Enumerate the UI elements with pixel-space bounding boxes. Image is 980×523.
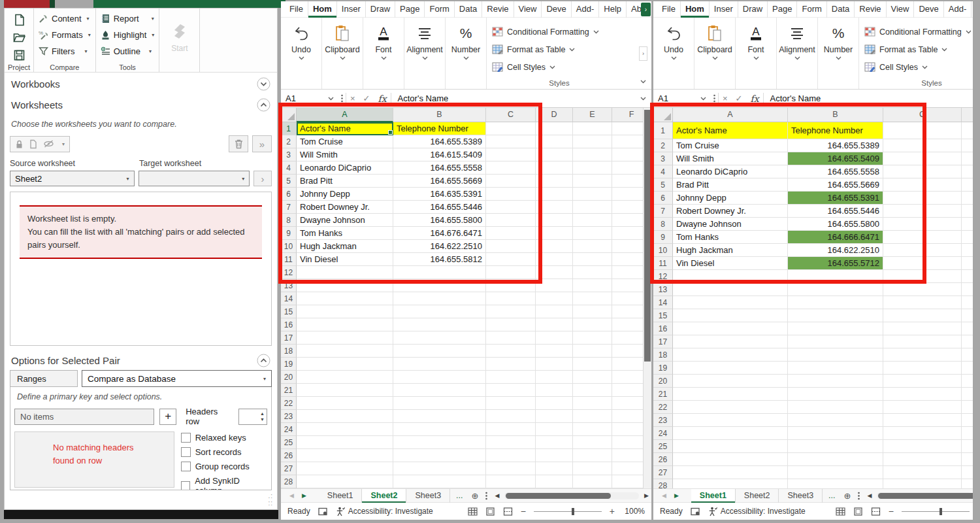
primary-key-list[interactable]: No items (14, 409, 154, 425)
cell-C13[interactable] (883, 283, 962, 296)
ranges-button[interactable]: Ranges (10, 370, 78, 387)
resize-grip[interactable]: .::: (268, 492, 273, 507)
ribbon-tab-add-10[interactable]: Add- (572, 1, 599, 18)
cell-C4[interactable] (486, 161, 536, 175)
zoom-out-icon[interactable]: − (889, 506, 894, 516)
cell-D13[interactable] (962, 283, 973, 296)
cell-C15[interactable] (883, 309, 962, 322)
cell-A20[interactable] (673, 375, 788, 388)
cell-B20[interactable] (393, 371, 486, 384)
cell-C3[interactable] (883, 152, 962, 165)
cell-D7[interactable] (536, 201, 573, 214)
name-box[interactable]: A1 (281, 90, 338, 107)
scroll-left-icon[interactable]: ◀ (492, 492, 502, 499)
cell-C25[interactable] (883, 440, 962, 453)
cell-E14[interactable] (573, 292, 612, 305)
row-header-10[interactable]: 10 (281, 240, 297, 253)
row-header-5[interactable]: 5 (653, 178, 673, 192)
cell-B11[interactable]: 164.655.5812 (393, 253, 486, 266)
font-button[interactable]: AFont (736, 18, 777, 89)
namebox-menu-icon[interactable] (711, 94, 718, 103)
cell-C14[interactable] (486, 292, 536, 305)
cell-C15[interactable] (486, 305, 536, 318)
macro-record-icon[interactable] (318, 507, 328, 516)
cell-B2[interactable]: 164.655.5389 (788, 139, 883, 152)
cell-D9[interactable] (962, 231, 973, 244)
cell-C20[interactable] (486, 371, 536, 384)
row-header-4[interactable]: 4 (281, 161, 297, 175)
lock-icon[interactable] (15, 139, 24, 149)
cell-D24[interactable] (536, 423, 573, 436)
cell-A15[interactable] (297, 305, 393, 318)
row-header-20[interactable]: 20 (281, 371, 297, 384)
cell-A18[interactable] (297, 345, 393, 358)
row-header-27[interactable]: 27 (653, 466, 673, 479)
cell-C18[interactable] (486, 345, 536, 358)
ribbon-tab-file-0[interactable]: File (285, 1, 308, 18)
cell-A8[interactable]: Dwayne Johnson (297, 214, 393, 227)
cell-A25[interactable] (297, 436, 393, 449)
row-header-23[interactable]: 23 (653, 414, 673, 427)
cell-E3[interactable] (573, 148, 612, 161)
cell-A18[interactable] (673, 348, 788, 362)
column-header-C[interactable]: C (486, 108, 536, 122)
cell-B12[interactable] (788, 270, 883, 283)
cell-C19[interactable] (486, 358, 536, 371)
cell-C12[interactable] (486, 266, 536, 279)
row-header-15[interactable]: 15 (653, 309, 673, 322)
new-project-button[interactable] (10, 12, 27, 27)
cell-D25[interactable] (536, 436, 573, 449)
page-layout-icon[interactable] (485, 507, 495, 516)
cell-D3[interactable] (962, 152, 973, 165)
row-header-28[interactable]: 28 (281, 475, 297, 488)
font-button[interactable]: AFont (363, 18, 404, 89)
cell-B22[interactable] (393, 397, 486, 410)
outline-menu[interactable]: Outline▾ (99, 43, 156, 59)
zoom-slider[interactable] (534, 511, 602, 512)
row-header-21[interactable]: 21 (653, 388, 673, 401)
cell-A22[interactable] (297, 397, 393, 410)
cell-C28[interactable] (486, 475, 536, 488)
cell-D8[interactable] (536, 214, 573, 227)
cell-A20[interactable] (297, 371, 393, 384)
cell-A13[interactable] (673, 283, 788, 296)
cell-E27[interactable] (573, 462, 612, 475)
cell-C13[interactable] (486, 279, 536, 292)
cell-D4[interactable] (962, 165, 973, 178)
row-header-17[interactable]: 17 (281, 331, 297, 345)
cell-D20[interactable] (962, 375, 973, 388)
cell-B15[interactable] (393, 305, 486, 318)
cell-C26[interactable] (883, 453, 962, 466)
row-header-16[interactable]: 16 (281, 318, 297, 331)
cell-E20[interactable] (573, 371, 612, 384)
cell-E4[interactable] (573, 161, 612, 175)
ribbon-tab-data-6[interactable]: Data (827, 1, 855, 18)
cell-A2[interactable]: Tom Cruise (673, 139, 788, 152)
ribbon-tab-draw-3[interactable]: Draw (738, 1, 768, 18)
cell-A3[interactable]: Will Smith (297, 148, 393, 161)
row-header-3[interactable]: 3 (653, 152, 673, 165)
cell-C8[interactable] (486, 214, 536, 227)
row-header-13[interactable]: 13 (281, 279, 297, 292)
cell-D16[interactable] (536, 318, 573, 331)
cell-A10[interactable]: Hugh Jackman (297, 240, 393, 253)
cell-C21[interactable] (883, 388, 962, 401)
enter-icon[interactable]: ✓ (732, 93, 747, 103)
cell-styles-button[interactable]: Cell Styles (864, 58, 973, 76)
cell-styles-button[interactable]: Cell Styles (492, 58, 629, 76)
page-break-icon[interactable] (871, 507, 881, 516)
cell-E13[interactable] (573, 279, 612, 292)
cell-B19[interactable] (788, 362, 883, 375)
cell-D21[interactable] (962, 388, 973, 401)
cell-D25[interactable] (962, 440, 973, 453)
cell-B2[interactable]: 164.655.5389 (393, 135, 486, 148)
cell-C1[interactable] (883, 122, 962, 139)
cell-D28[interactable] (536, 475, 573, 488)
sheetbar-menu-icon[interactable] (482, 492, 491, 500)
cell-B9[interactable]: 164.676.6471 (393, 227, 486, 240)
cell-B9[interactable]: 164.666.6471 (788, 231, 883, 244)
cell-B28[interactable] (393, 475, 486, 488)
cell-B10[interactable]: 164.622.2510 (393, 240, 486, 253)
row-header-20[interactable]: 20 (653, 375, 673, 388)
cell-D20[interactable] (536, 371, 573, 384)
